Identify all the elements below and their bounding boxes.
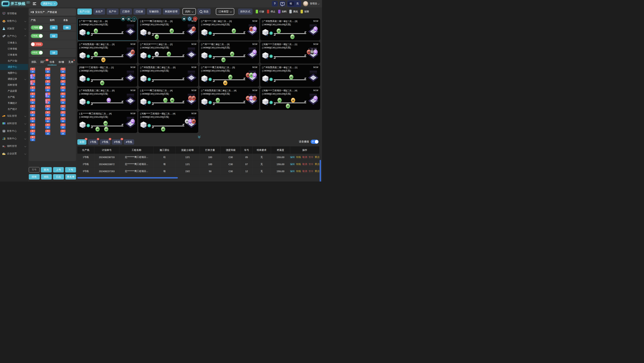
sidebar-subitem-调度记录[interactable]: 调度记录 <box>0 76 28 82</box>
tab-剩退料管理[interactable]: 剩退料管理 <box>163 8 180 14</box>
vehicle-ball-76[interactable]: 76 <box>252 96 257 101</box>
screen-refresh-button[interactable]: ⟳ <box>280 1 286 6</box>
action-重启[interactable]: 重启 <box>315 170 319 173</box>
vehicle-tile-79[interactable]: 79412 <box>45 130 60 135</box>
settings-icon[interactable] <box>182 16 186 21</box>
vehicle-ball-77[interactable]: 77 <box>163 98 168 103</box>
vehicle-tile-28[interactable]: 晚班28212 <box>45 92 60 98</box>
line-tab-全部[interactable]: 全部5 <box>77 139 86 145</box>
horizontal-scrollbar[interactable] <box>77 177 178 178</box>
vehicle-tile-50[interactable]: 50412 <box>30 98 44 104</box>
vehicle-ball-07[interactable]: 07 <box>232 28 236 33</box>
button-查询[interactable]: 查询 <box>41 167 52 172</box>
add-vehicle-button[interactable]: + <box>86 78 90 81</box>
add-vehicle-button[interactable]: + <box>148 32 151 35</box>
theme-dark-option[interactable]: 暗 <box>288 2 294 6</box>
vehicle-tile-72[interactable]: 72312 <box>30 130 44 135</box>
vehicle-tile-03[interactable]: 03412 <box>30 68 44 73</box>
plan-card[interactable]: [ 广州智慧高架一期二标][二次.... [3]9/19/[ 24098][C3… <box>77 42 137 64</box>
vehicle-tile-06[interactable]: 晚班06212 <box>30 74 44 79</box>
user-menu[interactable]: 管理员 <box>310 2 319 5</box>
sidebar-subitem-产品设置[interactable]: 产品设置 <box>0 88 28 94</box>
arrange-button[interactable]: 排列方式 <box>238 8 252 14</box>
line-toggle-2号线[interactable]: 2号线 <box>31 34 43 38</box>
tab-未生产[interactable]: 未生产 <box>93 8 105 14</box>
line-tab-3号线[interactable]: 3号线1 <box>112 139 122 145</box>
add-vehicle-button[interactable]: + <box>148 124 151 127</box>
vehicle-tile-62[interactable]: 62212 <box>30 117 44 122</box>
pause-icon[interactable] <box>126 16 131 21</box>
vehicle-ball-99[interactable]: 99 <box>276 28 281 33</box>
sidebar-subitem-订单审核[interactable]: 订单审核 <box>0 46 28 52</box>
queue-tab-无单[interactable]: 无单 <box>68 60 73 64</box>
plan-card[interactable]: [ 广州智慧高架三期二标][二次.... [4]9/19/[ 24098][C3… <box>199 88 259 110</box>
plan-card[interactable]: [ 广州智慧高架二期一标][二次.... [3]9/19/[ 24098][C3… <box>260 18 320 40</box>
action-重启[interactable]: 重启 <box>315 156 319 159</box>
vehicle-tile-23[interactable]: 23412 <box>60 98 75 104</box>
vehicle-tile-20[interactable]: 双班20212 <box>30 80 44 86</box>
tab-生产中[interactable]: 生产中 <box>107 8 118 14</box>
plan-card[interactable]: [ 北*******鹰工程项目][二次.... [4]9/19/[ 24098]… <box>138 88 198 110</box>
vehicle-ball-18[interactable]: 18 <box>252 26 257 31</box>
open-tab-dispatch-center[interactable]: 调度中心 × <box>40 1 58 6</box>
tab-已暂停[interactable]: 已暂停 <box>120 8 132 14</box>
line-toggle-3号线[interactable]: 3号线 <box>31 42 43 46</box>
action-暂停[interactable]: 暂停 <box>308 170 313 173</box>
sidebar-item-auxiliary[interactable]: 辅料管理 <box>0 142 28 150</box>
action-转线[interactable]: 转线 <box>296 163 301 166</box>
vehicle-tile-02[interactable]: 02312 <box>45 68 60 73</box>
action-暂停[interactable]: 暂停 <box>308 163 313 166</box>
vehicle-tile-09[interactable]: 09512 <box>60 74 75 79</box>
sidebar-subitem-生产线[interactable]: 生产线 <box>0 94 28 100</box>
sidebar-item-enterprise[interactable]: 企业设置 <box>0 150 28 158</box>
vehicle-ball-41[interactable]: 41 <box>290 34 294 39</box>
sidebar-subitem-回料管理[interactable]: 回料管理 <box>0 82 28 88</box>
vehicle-tile-68[interactable]: 68412 <box>30 124 44 129</box>
order-type-dropdown[interactable]: 订单类型 <box>216 8 234 15</box>
help-button[interactable]: ? <box>272 1 278 6</box>
action-编辑[interactable]: 编辑 <box>290 170 295 173</box>
vehicle-tile-70[interactable]: 70312 <box>60 124 75 129</box>
action-编辑[interactable]: 编辑 <box>290 163 295 166</box>
vehicle-ball-15[interactable]: 15 <box>230 52 234 56</box>
vehicle-tile-59[interactable]: 59412 <box>45 111 60 116</box>
sidebar-item-report[interactable]: 报表中心 <box>0 135 28 142</box>
vehicle-ball-90[interactable]: 90 <box>170 98 174 103</box>
table-row[interactable]: 2号线202408233872北********鹰工程项目...墙12/1100… <box>77 161 319 168</box>
close-tab-icon[interactable]: × <box>54 2 55 5</box>
action-编辑[interactable]: 编辑 <box>290 156 295 159</box>
button-上号[interactable]: 上号 <box>53 167 64 172</box>
action-取消[interactable]: 取消 <box>302 156 307 159</box>
sidebar-collapse-icon[interactable] <box>33 2 36 5</box>
vehicle-ball-32[interactable]: 32 <box>170 28 174 33</box>
sidebar-subitem-订单查询[interactable]: 订单查询 <box>0 52 28 58</box>
tab-车辆排队[interactable]: 车辆排队 <box>147 8 161 14</box>
vehicle-number-input[interactable]: 车号 <box>29 167 40 172</box>
vehicle-ball-31[interactable]: 31 <box>314 26 318 31</box>
sidebar-item-finance[interactable]: 财务中心 <box>0 127 28 135</box>
theme-light-option[interactable]: 亮 <box>294 2 301 6</box>
line-toggle-1 号线[interactable]: 1 号线 <box>31 26 43 30</box>
button-排班[interactable]: 排班 <box>29 174 40 180</box>
vehicle-ball-62[interactable]: 62 <box>289 75 293 80</box>
add-vehicle-button[interactable]: + <box>208 54 212 58</box>
action-暂停[interactable]: 暂停 <box>308 156 313 159</box>
vehicle-ball-62[interactable]: 62••• <box>314 50 318 54</box>
show-more-chevron[interactable] <box>198 136 200 138</box>
settings-icon[interactable] <box>121 16 126 21</box>
queue-tab-排队[interactable]: 排队 <box>32 60 36 64</box>
action-转线[interactable]: 转线 <box>296 156 301 159</box>
vehicle-tile-55[interactable]: 55312 <box>30 105 44 110</box>
add-vehicle-button[interactable]: + <box>208 101 212 104</box>
vehicle-ball-47[interactable]: 47 <box>130 119 135 124</box>
action-转线[interactable]: 转线 <box>296 170 301 173</box>
sidebar-subitem-调度中心[interactable]: 调度中心 <box>0 64 28 70</box>
add-vehicle-button[interactable]: + <box>148 101 151 104</box>
avatar[interactable] <box>303 1 308 6</box>
vehicle-ball-48[interactable]: 48 <box>161 127 165 132</box>
sidebar-item-sales[interactable]: 销售中心 <box>0 17 28 25</box>
sidebar-item-dashboard[interactable]: 管理看板 <box>0 10 28 17</box>
sidebar-item-lab[interactable]: 试验室 <box>0 25 28 32</box>
add-vehicle-button[interactable]: + <box>148 54 151 58</box>
vehicle-ball-42[interactable]: 42 <box>101 58 106 62</box>
